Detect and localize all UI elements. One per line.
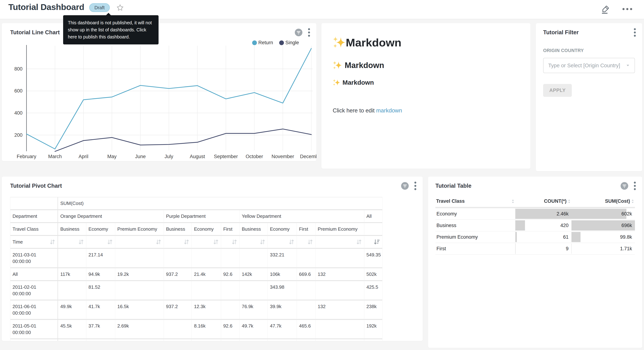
travel-class-cell: First	[436, 243, 515, 254]
pivot-time-cell: 2011-03-01 00:00:00	[10, 249, 58, 268]
table-row: Premium Economy6199.8k	[436, 231, 635, 243]
cell-value: 420	[516, 220, 572, 231]
pivot-data-row: 2011-02-01 00:00:0081.52343.98425.5	[10, 281, 382, 300]
pivot-time-cell: 2011-02-01 00:00:00	[10, 281, 58, 300]
pivot-class-header: Business	[164, 223, 192, 236]
pivot-department-header: Yellow Department	[240, 210, 364, 223]
x-axis-label: October	[246, 154, 263, 159]
column-header-sum[interactable]: SUM(Cost)	[572, 196, 635, 208]
pivot-value-cell: 19.2k	[115, 268, 164, 281]
x-axis-label: December	[300, 154, 316, 159]
dashboard-page: Tutorial Dashboard Draft This dashboard …	[0, 0, 644, 350]
apply-button[interactable]: APPLY	[543, 84, 572, 97]
pivot-data-row: 2011-05-01 00:00:0045.5k37.7k2.69k8.16k9…	[10, 320, 382, 339]
chart-menu-icon[interactable]	[308, 28, 310, 37]
sparkles-icon	[333, 60, 342, 70]
pivot-class-header: Business	[58, 223, 86, 236]
pivot-class-header	[364, 223, 382, 236]
pivot-sort-cell	[58, 236, 86, 249]
pivot-metric-header: SUM(Cost)	[58, 197, 382, 210]
sort-updown-icon[interactable]	[156, 239, 162, 245]
sort-updown-icon[interactable]	[260, 239, 266, 245]
pivot-value-cell: 192k	[364, 320, 382, 339]
sort-updown-icon[interactable]	[50, 239, 55, 245]
sort-updown-icon[interactable]	[288, 239, 294, 245]
travel-class-cell: Premium Economy	[436, 231, 515, 243]
pivot-value-cell: 21.4k	[192, 268, 221, 281]
x-axis-label: April	[78, 154, 88, 159]
sort-updown-icon[interactable]	[107, 239, 113, 245]
sort-descending-active-icon[interactable]	[374, 239, 380, 245]
pivot-value-cell	[164, 339, 192, 341]
pivot-value-cell	[297, 281, 316, 300]
pivot-value-cell: 117k	[58, 268, 86, 281]
svg-text:200: 200	[14, 132, 22, 138]
markdown-edit-link[interactable]: markdown	[376, 107, 402, 114]
svg-text:600: 600	[14, 88, 22, 94]
filter-indicator-icon[interactable]	[295, 29, 302, 36]
markdown-card: Markdown Markdown Markdown Click here to…	[322, 23, 530, 169]
x-axis-label: May	[107, 154, 117, 159]
filter-menu-icon[interactable]	[634, 28, 636, 37]
pivot-data-row: 2011-06-01 00:00:0049.9k41.7k16.5k937.21…	[10, 300, 382, 320]
pivot-value-cell: 16.5k	[115, 300, 164, 320]
sort-updown-icon[interactable]	[232, 239, 237, 245]
pivot-value-cell: 217.14	[86, 249, 115, 268]
sort-updown-icon[interactable]	[184, 239, 190, 245]
column-header-travel-class[interactable]: Travel Class	[436, 196, 515, 208]
draft-badge[interactable]: Draft	[89, 3, 110, 12]
column-label: Travel Class	[436, 198, 465, 204]
cell-value: 696k	[572, 220, 635, 231]
chart-menu-icon[interactable]	[414, 181, 416, 190]
sort-carets-icon	[631, 199, 634, 204]
pivot-data-row: All117k94.9k19.2k937.221.4k92.6142k106k6…	[10, 268, 382, 281]
pivot-department-header: Purple Department	[164, 210, 240, 223]
count-cell: 2.46k	[515, 208, 572, 220]
more-menu-icon[interactable]	[622, 8, 632, 10]
chart-menu-icon[interactable]	[634, 181, 636, 190]
x-axis-label: June	[135, 154, 146, 159]
pivot-department-row: DepartmentOrange DepartmentPurple Depart…	[10, 210, 382, 223]
travel-class-cell: Business	[436, 220, 515, 231]
pivot-value-cell: 549.35	[364, 249, 382, 268]
pivot-value-cell: 332.21	[268, 249, 297, 268]
column-header-count[interactable]: COUNT(*)	[515, 196, 572, 208]
sort-updown-icon[interactable]	[78, 239, 84, 245]
pivot-value-cell: 2.69k	[115, 320, 164, 339]
pivot-value-cell: 70.9k	[364, 339, 382, 341]
pivot-value-cell: 106k	[268, 268, 297, 281]
sort-updown-icon[interactable]	[307, 239, 313, 245]
sort-updown-icon[interactable]	[356, 239, 362, 245]
pivot-chart-title: Tutorial Pivot Chart	[10, 182, 62, 189]
pivot-class-header: Economy	[86, 223, 115, 236]
sort-carets-icon	[568, 199, 571, 204]
pivot-value-cell: 343.98	[268, 281, 297, 300]
pivot-value-cell	[221, 339, 240, 341]
pivot-chart-card: Tutorial Pivot Chart SUM(Cost)Department…	[2, 177, 423, 341]
favorite-star-icon[interactable]	[116, 4, 124, 12]
x-axis-label: November	[272, 154, 294, 159]
pivot-table: SUM(Cost)DepartmentOrange DepartmentPurp…	[10, 197, 382, 341]
edit-pencil-icon[interactable]	[600, 4, 610, 14]
sort-updown-icon[interactable]	[213, 239, 219, 245]
time-label: Time	[12, 239, 23, 245]
pivot-value-cell: 425.5	[364, 281, 382, 300]
cell-value: 2.46k	[516, 208, 572, 220]
pivot-value-cell: 937.2	[164, 300, 192, 320]
pivot-sort-cell	[364, 236, 382, 249]
pivot-sort-cell	[297, 236, 316, 249]
filter-indicator-icon[interactable]	[401, 182, 409, 190]
filter-card-title: Tutorial Filter	[543, 29, 579, 36]
cell-value: 99.8k	[572, 232, 635, 243]
pivot-sort-cell	[240, 236, 268, 249]
pivot-value-cell: 669.6	[297, 268, 316, 281]
x-axis-label: September	[214, 154, 238, 159]
origin-country-select[interactable]: Type or Select [Origin Country]	[543, 58, 635, 73]
filter-indicator-icon[interactable]	[620, 182, 628, 190]
table-header-row: Travel ClassCOUNT(*)SUM(Cost)	[436, 196, 635, 208]
travel-class-cell: Economy	[436, 208, 515, 220]
pivot-value-cell	[192, 281, 221, 300]
pivot-value-cell	[240, 249, 268, 268]
pivot-value-cell: 465.6	[297, 320, 316, 339]
pivot-value-cell	[316, 281, 364, 300]
